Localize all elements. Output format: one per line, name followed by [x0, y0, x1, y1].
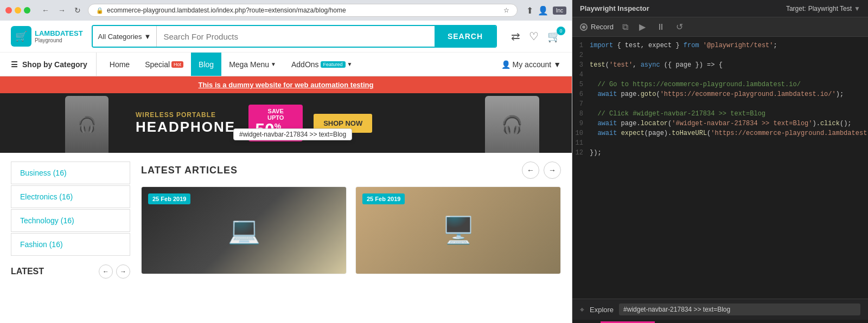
code-line-1: 1 import { test, expect } from '@playwri… [572, 41, 868, 51]
code-line-5: 5 // Go to https://ecommerce-playground.… [572, 80, 868, 90]
category-technology[interactable]: Technology (16) [11, 209, 130, 232]
my-account-menu[interactable]: 👤 My account ▼ [501, 60, 561, 69]
pause-button[interactable]: ⏸ [654, 21, 667, 33]
code-editor: 1 import { test, expect } from '@playwri… [572, 37, 868, 299]
hero-banner: 🎧 WIRELESS PORTABLE HEADPHONE SAVEUPTO 5… [0, 93, 572, 153]
search-input[interactable] [157, 32, 434, 41]
user-icon: 👤 [501, 60, 510, 69]
category-business[interactable]: Business (16) [11, 162, 130, 184]
explore-label: Explore [590, 306, 614, 314]
record-button[interactable]: Record [580, 23, 614, 31]
code-line-4: 4 [572, 70, 868, 80]
header-icons: ⇄ ♡ 🛒 0 [511, 30, 561, 43]
record-dot [580, 23, 588, 31]
articles-prev-button[interactable]: ← [522, 162, 539, 179]
wishlist-icon[interactable]: ♡ [529, 30, 539, 43]
code-line-2: 2 [572, 51, 868, 61]
latest-section: LATEST ← → [11, 264, 130, 279]
nav-addons[interactable]: AddOns Featured ▼ [284, 53, 360, 76]
inspector-toolbar: Record ⧉ ▶ ⏸ ↺ [572, 17, 868, 37]
close-traffic-light[interactable] [5, 7, 12, 14]
explore-icon: ⌖ [580, 305, 584, 314]
nav-links: Home Special Hot Blog Mega Menu ▼ AddOns… [102, 53, 360, 76]
latest-next-button[interactable]: → [116, 264, 130, 279]
article-card-2[interactable]: 🖥️ 25 Feb 2019 [355, 186, 561, 274]
explore-input[interactable] [619, 303, 860, 315]
articles-title: LATEST ARTICLES [141, 165, 238, 176]
chevron-down-icon: ▼ [144, 33, 151, 41]
code-line-3: 3 test('test', async ({ page }) => { [572, 61, 868, 70]
hot-badge: Hot [171, 61, 183, 68]
copy-button[interactable]: ⧉ [620, 21, 630, 33]
reload-button[interactable]: ↻ [72, 4, 84, 16]
articles-next-button[interactable]: → [544, 162, 561, 179]
category-electronics[interactable]: Electronics (16) [11, 185, 130, 208]
selector-tooltip: #widget-navbar-217834 >> text=Blog [233, 128, 352, 140]
inc-badge: Inc [553, 7, 566, 15]
site-logo[interactable]: 🛒 LAMBDATEST Playground [11, 26, 83, 47]
banner-subtitle: WIRELESS PORTABLE [136, 111, 235, 119]
logo-text: LAMBDATEST Playground [35, 29, 83, 43]
address-bar[interactable]: 🔒 ecommerce-playground.lambdatest.io/ind… [88, 4, 518, 17]
inspector-header: Playwright Inspector Target: Playwright … [572, 0, 868, 17]
code-line-6: 6 await page.goto('https://ecommerce-pla… [572, 90, 868, 100]
announcement-bar: This is a dummy website for web automati… [0, 76, 572, 93]
traffic-lights [5, 7, 30, 14]
articles-section: LATEST ARTICLES ← → 💻 25 Feb 2019 🖥️ 25 … [141, 162, 561, 284]
playwright-inspector: Playwright Inspector Target: Playwright … [572, 0, 868, 323]
inspector-bottom: ⌖ Explore [572, 299, 868, 320]
sidebar: Business (16) Electronics (16) Technolog… [11, 162, 130, 284]
star-icon[interactable]: ☆ [503, 7, 509, 14]
articles-grid: 💻 25 Feb 2019 🖥️ 25 Feb 2019 [141, 186, 561, 274]
category-fashion[interactable]: Fashion (16) [11, 233, 130, 256]
play-button[interactable]: ▶ [637, 21, 648, 33]
inspector-target: Target: Playwright Test ▼ [786, 5, 860, 12]
lock-icon: 🔒 [96, 7, 104, 14]
forward-button[interactable]: → [55, 4, 68, 16]
inspector-title: Playwright Inspector [580, 4, 649, 12]
banner-left-image: 🎧 [65, 96, 108, 153]
nav-special[interactable]: Special Hot [137, 53, 191, 76]
code-line-9: 9 await page.locator('#widget-navbar-217… [572, 119, 868, 129]
record-label: Record [591, 23, 614, 31]
menu-icon: ☰ [11, 60, 18, 69]
nav-home[interactable]: Home [102, 53, 137, 76]
chevron-down-icon: ▼ [553, 60, 561, 69]
share-icon[interactable]: ⬆ [526, 5, 533, 16]
back-button[interactable]: ← [39, 4, 52, 16]
url-text: ecommerce-playground.lambdatest.io/index… [107, 7, 500, 14]
latest-nav-buttons: ← → [99, 264, 130, 279]
banner-text: WIRELESS PORTABLE HEADPHONE [136, 111, 235, 135]
featured-badge: Featured [321, 61, 346, 68]
refresh-button[interactable]: ↺ [674, 21, 685, 33]
browser-window: ← → ↻ 🔒 ecommerce-playground.lambdatest.… [0, 0, 572, 323]
banner-title: HEADPHONE [136, 119, 235, 135]
exchange-icon[interactable]: ⇄ [511, 30, 520, 43]
banner-save-label: SAVEUPTO [255, 108, 296, 121]
latest-title: LATEST ← → [11, 264, 130, 279]
articles-nav: ← → [522, 162, 561, 179]
minimize-traffic-light[interactable] [15, 7, 21, 14]
articles-header: LATEST ARTICLES ← → [141, 162, 561, 179]
article-card-1[interactable]: 💻 25 Feb 2019 [141, 186, 347, 274]
logo-icon: 🛒 [11, 26, 31, 47]
profile-icon[interactable]: 👤 [538, 5, 548, 16]
category-dropdown[interactable]: All Categories ▼ [93, 26, 157, 47]
nav-mega-menu[interactable]: Mega Menu ▼ [221, 53, 284, 76]
latest-prev-button[interactable]: ← [99, 264, 113, 279]
chevron-down-icon: ▼ [271, 61, 276, 67]
cart-icon[interactable]: 🛒 0 [547, 30, 561, 43]
maximize-traffic-light[interactable] [24, 7, 30, 14]
chevron-down-icon: ▼ [347, 61, 353, 67]
banner-right-image: 🎧 [485, 96, 539, 153]
cart-badge: 0 [557, 27, 565, 35]
article-date-2: 25 Feb 2019 [362, 193, 405, 204]
nav-blog[interactable]: Blog [191, 53, 221, 76]
article-date-1: 25 Feb 2019 [148, 193, 190, 204]
shop-by-category[interactable]: ☰ Shop by Category [11, 53, 97, 76]
main-content: Business (16) Electronics (16) Technolog… [0, 153, 572, 293]
browser-chrome: ← → ↻ 🔒 ecommerce-playground.lambdatest.… [0, 0, 572, 21]
ecommerce-site: 🛒 LAMBDATEST Playground All Categories ▼… [0, 21, 572, 323]
chevron-down-icon[interactable]: ▼ [854, 5, 860, 12]
search-button[interactable]: SEARCH [435, 26, 496, 47]
